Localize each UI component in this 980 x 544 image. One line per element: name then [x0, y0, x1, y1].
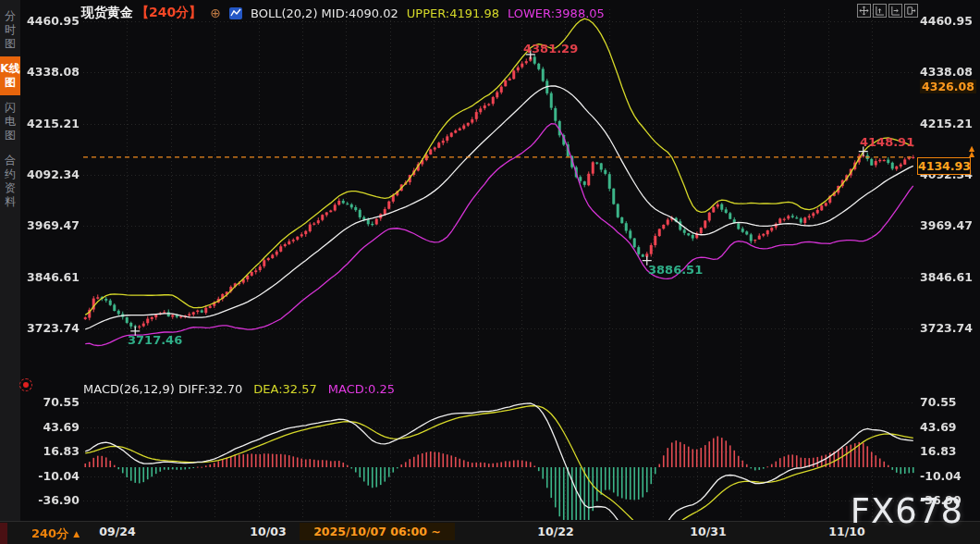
- macd-diff-label: DIFF:32.70: [178, 382, 242, 396]
- boll-mid-label: BOLL(20,2) MID:4090.02: [251, 6, 398, 20]
- macd-title: MACD(26,12,9): [83, 382, 175, 396]
- zoom-horizontal-icon[interactable]: [888, 4, 902, 18]
- period-label: 240分: [31, 525, 68, 542]
- macd-axis-label: 16.83: [920, 444, 977, 458]
- macd-axis-label: 70.55: [0, 395, 80, 409]
- last-price-box: 4134.93: [917, 157, 971, 175]
- gold-kline-app: { "window": { "watermark": "FX678" }, "s…: [0, 0, 980, 544]
- zoom-vertical-icon[interactable]: [873, 4, 887, 18]
- date-tick: 10/31: [690, 525, 726, 538]
- annotation-peak-price: 4381.29: [523, 42, 578, 56]
- price-axis-label: 3969.47: [0, 218, 80, 232]
- date-tick: 10/03: [250, 525, 286, 538]
- price-axis-label: 4460.95: [0, 14, 80, 28]
- price-axis-label: 3846.61: [920, 270, 977, 284]
- add-indicator-icon[interactable]: ⊕: [210, 6, 221, 20]
- macd-axis-label: 43.69: [920, 420, 977, 434]
- price-axis-label: 3723.74: [0, 321, 80, 335]
- up-triangle-icon: ▲: [73, 529, 80, 538]
- macd-axis-label: 16.83: [0, 444, 80, 458]
- pop-out-icon[interactable]: [904, 4, 918, 18]
- price-axis-label: 4460.95: [920, 14, 977, 28]
- macd-dea-label: DEA:32.57: [253, 382, 317, 396]
- annotation-mid-low-price: 3886.51: [648, 263, 703, 277]
- symbol-name: 现货黄金: [81, 5, 133, 21]
- period-selector[interactable]: 240分 ▲: [26, 525, 85, 543]
- chart-canvas[interactable]: [0, 0, 980, 544]
- price-axis-label: 4215.21: [920, 117, 977, 130]
- price-axis-label: 4092.34: [0, 167, 80, 181]
- annotation-recent-high-price: 4148.91: [860, 135, 914, 149]
- macd-macd-label: MACD:0.25: [328, 382, 395, 396]
- macd-axis-label: -10.04: [920, 469, 977, 483]
- macd-axis-label: -10.04: [0, 469, 80, 483]
- crosshair-date-readout: 2025/10/07 06:00 ~ 10:00 二: [300, 523, 455, 540]
- price-axis-label: 4215.21: [0, 117, 80, 130]
- mini-chart-icon[interactable]: [229, 7, 242, 19]
- bottom-left-marker: [0, 523, 7, 544]
- price-axis-label: 4338.08: [920, 65, 977, 79]
- boll-upper-label: UPPER:4191.98: [407, 6, 499, 20]
- macd-axis-label: -36.90: [0, 493, 80, 507]
- watermark: FX678: [851, 491, 963, 531]
- chart-toolbar: [857, 4, 918, 18]
- price-axis-label: 3723.74: [920, 321, 977, 335]
- scroll-up-arrows-icon[interactable]: ▲▲: [969, 146, 974, 157]
- alert-icon[interactable]: [19, 378, 32, 391]
- sidebar-tab-contract-info[interactable]: 合约资料: [0, 148, 20, 215]
- macd-header: MACD(26,12,9) DIFF:32.70 DEA:32.57 MACD:…: [83, 382, 395, 396]
- price-axis-label: 3969.47: [920, 218, 977, 232]
- annotation-start-low-price: 3717.46: [128, 333, 182, 347]
- date-tick: 09/24: [99, 525, 135, 538]
- macd-axis-label: 43.69: [0, 420, 80, 434]
- sidebar-tab-time-chart[interactable]: 分时图: [0, 4, 20, 56]
- price-axis-label: 4338.08: [0, 65, 80, 79]
- alert-price-label: 4326.08: [920, 80, 976, 93]
- boll-lower-label: LOWER:3988.05: [508, 6, 605, 20]
- date-tick: 10/22: [537, 525, 573, 538]
- period-badge: 【240分】: [136, 5, 202, 21]
- price-axis-label: 3846.61: [0, 270, 80, 284]
- chart-header: 现货黄金【240分】 ⊕ BOLL(20,2) MID:4090.02 UPPE…: [81, 5, 605, 21]
- macd-axis-label: 70.55: [920, 395, 977, 409]
- pan-icon[interactable]: [857, 4, 871, 18]
